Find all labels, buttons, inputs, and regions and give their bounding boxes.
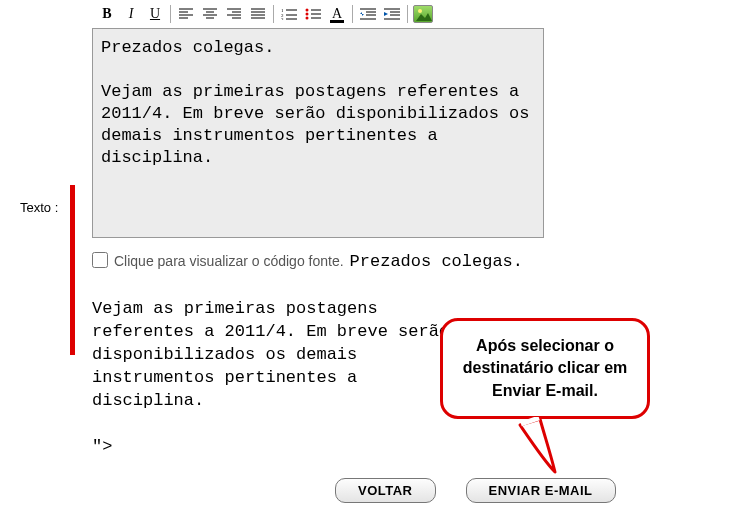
view-source-checkbox[interactable] bbox=[92, 252, 108, 268]
svg-point-24 bbox=[306, 13, 309, 16]
field-label-texto: Texto : bbox=[20, 200, 58, 215]
indent-button[interactable] bbox=[381, 4, 403, 24]
svg-marker-29 bbox=[360, 12, 364, 16]
align-right-button[interactable] bbox=[223, 4, 245, 24]
underline-button[interactable]: U bbox=[144, 4, 166, 24]
svg-point-40 bbox=[418, 9, 422, 13]
annotation-highlight-bar bbox=[70, 185, 75, 355]
toolbar-divider bbox=[170, 5, 171, 23]
svg-text:3: 3 bbox=[281, 17, 284, 20]
font-color-button[interactable]: A bbox=[326, 4, 348, 24]
svg-marker-39 bbox=[416, 13, 432, 21]
align-center-button[interactable] bbox=[199, 4, 221, 24]
italic-button[interactable]: I bbox=[120, 4, 142, 24]
toolbar-divider bbox=[407, 5, 408, 23]
svg-point-26 bbox=[306, 17, 309, 20]
svg-marker-34 bbox=[384, 12, 388, 16]
instruction-callout-text: Após selecionar o destinatário clicar em… bbox=[463, 337, 628, 399]
insert-image-button[interactable] bbox=[412, 4, 434, 24]
rich-text-editor[interactable]: Prezados colegas. Vejam as primeiras pos… bbox=[92, 28, 544, 238]
action-buttons: VOLTAR ENVIAR E-MAIL bbox=[335, 478, 616, 503]
source-toggle-row: Clique para visualizar o código fonte. P… bbox=[92, 250, 725, 271]
back-button[interactable]: VOLTAR bbox=[335, 478, 436, 503]
view-source-label: Clique para visualizar o código fonte. bbox=[114, 253, 344, 269]
preview-inline-text: Prezados colegas. bbox=[350, 252, 523, 271]
toolbar-divider bbox=[273, 5, 274, 23]
preview-text: Vejam as primeiras postagens referentes … bbox=[92, 275, 462, 459]
align-left-button[interactable] bbox=[175, 4, 197, 24]
send-email-button[interactable]: ENVIAR E-MAIL bbox=[466, 478, 616, 503]
outdent-button[interactable] bbox=[357, 4, 379, 24]
editor-toolbar: B I U 123 A bbox=[92, 0, 725, 28]
instruction-callout: Após selecionar o destinatário clicar em… bbox=[440, 318, 650, 419]
align-justify-button[interactable] bbox=[247, 4, 269, 24]
callout-tail-icon bbox=[515, 417, 585, 487]
svg-point-22 bbox=[306, 9, 309, 12]
toolbar-divider bbox=[352, 5, 353, 23]
bold-button[interactable]: B bbox=[96, 4, 118, 24]
ordered-list-button[interactable]: 123 bbox=[278, 4, 300, 24]
unordered-list-button[interactable] bbox=[302, 4, 324, 24]
